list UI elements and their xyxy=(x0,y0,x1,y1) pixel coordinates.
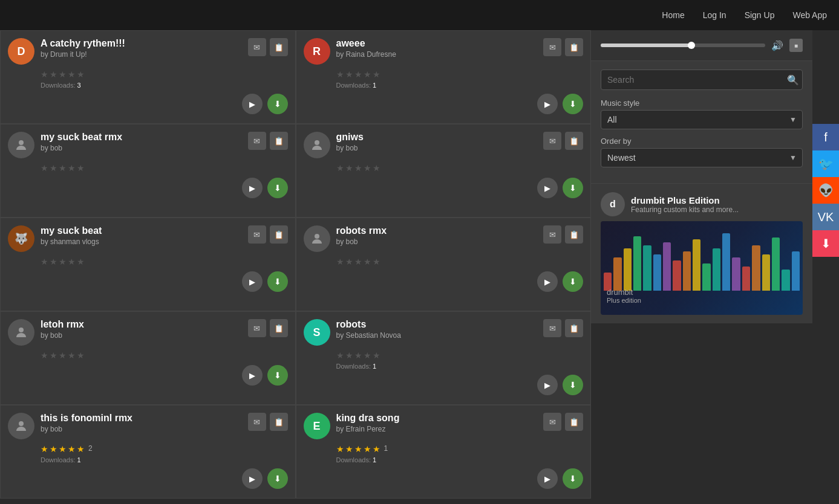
star-5[interactable]: ★ xyxy=(77,69,85,79)
star-2[interactable]: ★ xyxy=(50,163,57,173)
star-3[interactable]: ★ xyxy=(59,351,67,360)
play-button[interactable]: ▶ xyxy=(242,271,263,292)
star-rating[interactable]: ★★★★★ xyxy=(336,257,584,267)
star-3[interactable]: ★ xyxy=(59,444,67,454)
star-1[interactable]: ★ xyxy=(41,69,48,79)
star-rating[interactable]: ★★★★★ xyxy=(41,69,288,79)
nav-home[interactable]: Home xyxy=(662,10,684,20)
star-5[interactable]: ★ xyxy=(77,351,85,360)
copy-button[interactable]: 📋 xyxy=(565,413,583,431)
star-4[interactable]: ★ xyxy=(68,69,76,79)
star-2[interactable]: ★ xyxy=(345,351,353,360)
download-button[interactable]: ⬇ xyxy=(563,271,583,292)
star-4[interactable]: ★ xyxy=(68,351,76,360)
copy-button[interactable]: 📋 xyxy=(270,319,288,337)
star-1[interactable]: ★ xyxy=(336,444,344,454)
star-1[interactable]: ★ xyxy=(336,257,344,267)
star-4[interactable]: ★ xyxy=(364,69,371,79)
email-button[interactable]: ✉ xyxy=(248,413,266,431)
star-3[interactable]: ★ xyxy=(354,351,362,360)
email-button[interactable]: ✉ xyxy=(248,319,266,337)
stop-button[interactable]: ■ xyxy=(789,39,803,52)
star-4[interactable]: ★ xyxy=(364,163,371,173)
star-2[interactable]: ★ xyxy=(50,69,57,79)
star-rating[interactable]: ★★★★★ xyxy=(41,163,288,173)
play-button[interactable]: ▶ xyxy=(242,468,263,489)
star-5[interactable]: ★ xyxy=(77,444,85,454)
star-1[interactable]: ★ xyxy=(41,257,48,267)
star-rating[interactable]: ★★★★★ xyxy=(336,351,584,360)
star-1[interactable]: ★ xyxy=(336,163,344,173)
play-button[interactable]: ▶ xyxy=(537,94,558,114)
nav-login[interactable]: Log In xyxy=(703,10,726,20)
email-button[interactable]: ✉ xyxy=(543,132,561,150)
star-rating[interactable]: ★★★★★ xyxy=(41,351,288,360)
star-5[interactable]: ★ xyxy=(373,163,380,173)
search-button[interactable]: 🔍 xyxy=(787,74,799,86)
facebook-icon[interactable]: f xyxy=(812,124,839,150)
copy-button[interactable]: 📋 xyxy=(565,38,583,56)
star-2[interactable]: ★ xyxy=(345,257,353,267)
play-button[interactable]: ▶ xyxy=(242,178,263,198)
star-2[interactable]: ★ xyxy=(50,257,57,267)
star-2[interactable]: ★ xyxy=(345,163,353,173)
pocket-icon[interactable]: ⬇ xyxy=(812,230,839,257)
star-4[interactable]: ★ xyxy=(68,444,76,454)
star-4[interactable]: ★ xyxy=(68,257,76,267)
star-rating[interactable]: ★★★★★ xyxy=(41,257,288,267)
star-rating[interactable]: ★★★★★ xyxy=(336,163,584,173)
download-button[interactable]: ⬇ xyxy=(563,178,583,198)
star-3[interactable]: ★ xyxy=(354,69,362,79)
star-2[interactable]: ★ xyxy=(50,444,57,454)
star-1[interactable]: ★ xyxy=(336,351,344,360)
download-button[interactable]: ⬇ xyxy=(267,271,288,292)
star-3[interactable]: ★ xyxy=(354,444,362,454)
star-3[interactable]: ★ xyxy=(59,163,67,173)
email-button[interactable]: ✉ xyxy=(543,38,561,56)
email-button[interactable]: ✉ xyxy=(543,225,561,244)
star-5[interactable]: ★ xyxy=(77,163,85,173)
star-1[interactable]: ★ xyxy=(336,69,344,79)
download-button[interactable]: ⬇ xyxy=(267,94,288,114)
download-button[interactable]: ⬇ xyxy=(563,94,583,114)
download-button[interactable]: ⬇ xyxy=(563,468,583,489)
copy-button[interactable]: 📋 xyxy=(270,225,288,244)
reddit-icon[interactable]: 👽 xyxy=(812,177,839,204)
download-button[interactable]: ⬇ xyxy=(563,375,583,395)
star-1[interactable]: ★ xyxy=(41,351,48,360)
star-3[interactable]: ★ xyxy=(354,163,362,173)
progress-track[interactable] xyxy=(601,44,765,47)
copy-button[interactable]: 📋 xyxy=(270,38,288,56)
star-3[interactable]: ★ xyxy=(59,257,67,267)
copy-button[interactable]: 📋 xyxy=(565,225,583,244)
star-3[interactable]: ★ xyxy=(354,257,362,267)
copy-button[interactable]: 📋 xyxy=(270,132,288,150)
order-by-select[interactable]: NewestOldestMost DownloadedTop Rated xyxy=(601,148,803,167)
search-input[interactable] xyxy=(601,69,803,90)
star-5[interactable]: ★ xyxy=(373,69,380,79)
star-rating[interactable]: ★★★★★2 xyxy=(41,444,288,454)
download-button[interactable]: ⬇ xyxy=(267,365,288,386)
play-button[interactable]: ▶ xyxy=(537,178,558,198)
star-2[interactable]: ★ xyxy=(50,351,57,360)
copy-button[interactable]: 📋 xyxy=(270,413,288,431)
star-2[interactable]: ★ xyxy=(345,69,353,79)
star-rating[interactable]: ★★★★★ xyxy=(336,69,584,79)
play-button[interactable]: ▶ xyxy=(537,468,558,489)
star-4[interactable]: ★ xyxy=(68,163,76,173)
star-5[interactable]: ★ xyxy=(373,257,380,267)
email-button[interactable]: ✉ xyxy=(543,413,561,431)
email-button[interactable]: ✉ xyxy=(248,225,266,244)
star-4[interactable]: ★ xyxy=(364,351,371,360)
star-1[interactable]: ★ xyxy=(41,444,48,454)
download-button[interactable]: ⬇ xyxy=(267,178,288,198)
star-4[interactable]: ★ xyxy=(364,444,371,454)
music-style-select[interactable]: AllHip HopTrapEDMRockPop xyxy=(601,110,803,129)
nav-signup[interactable]: Sign Up xyxy=(745,10,775,20)
email-button[interactable]: ✉ xyxy=(248,132,266,150)
download-button[interactable]: ⬇ xyxy=(267,468,288,489)
drumbit-banner[interactable]: drumbit Plus edition xyxy=(601,221,803,315)
play-button[interactable]: ▶ xyxy=(537,271,558,292)
vk-icon[interactable]: VK xyxy=(812,204,839,230)
play-button[interactable]: ▶ xyxy=(242,94,263,114)
